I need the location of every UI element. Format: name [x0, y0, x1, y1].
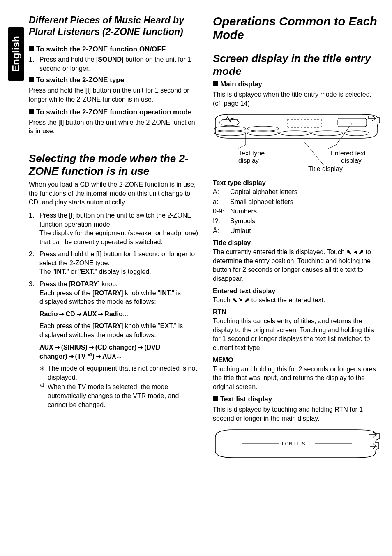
heading-title-display: Title display — [213, 239, 382, 247]
paragraph: The currently entered title is displayed… — [213, 248, 382, 283]
svg-point-2 — [214, 131, 246, 136]
paragraph: Touch ⬉🖱⬈ to select the entered text. — [213, 296, 382, 305]
paragraph: Press the [I] button on the unit while t… — [29, 118, 198, 136]
step-list-onoff: 1. Press and hold the [SOUND] button on … — [29, 55, 198, 73]
heading-rtn: RTN — [213, 308, 382, 316]
bullet-square-icon — [29, 77, 34, 82]
note-text: When the TV mode is selected, the mode a… — [48, 382, 198, 409]
fig-label-entered: Entered text — [330, 150, 366, 157]
list-item: A:Capital alphabet letters — [213, 188, 382, 197]
figure-main-display: Text type display Entered text display T… — [213, 112, 382, 174]
paragraph: This is displayed by touching and holdin… — [213, 405, 382, 423]
divider — [29, 42, 198, 42]
bullet-square-icon — [29, 109, 34, 114]
left-column: Different Pieces of Music Heard by Plura… — [29, 15, 198, 466]
note-item: ∗ The mode of equipment that is not conn… — [39, 364, 198, 382]
heading-main-display: Main display — [213, 80, 382, 88]
fig-label-fontlist: FONT LIST — [282, 441, 309, 446]
svg-point-1 — [214, 126, 246, 131]
fig-label-title: Title display — [308, 165, 343, 172]
note-text: The mode of equipment that is not connec… — [48, 364, 198, 382]
list-item: a:Small alphabet letters — [213, 197, 382, 206]
step-marker: 2. — [29, 250, 39, 276]
heading-switch-opmode: To switch the 2-ZONE function operation … — [29, 108, 198, 116]
svg-point-7 — [344, 131, 369, 136]
list-item: 2. Press and hold the [I] button for 1 s… — [29, 250, 198, 276]
paragraph: When you load a CD while the 2-ZONE func… — [29, 180, 198, 207]
section-title-screen-display: Screen display in the title entry mode — [213, 52, 382, 78]
heading-text-list-display: Text list display — [213, 395, 382, 403]
list-item: 1. Press the [I] button on the unit to s… — [29, 211, 198, 246]
paragraph: Touching this cancels entry of titles, a… — [213, 317, 382, 352]
svg-rect-12 — [338, 118, 367, 127]
note-item: *1 When the TV mode is selected, the mod… — [39, 382, 198, 409]
list-item: 3. Press the [ROTARY] knob.Each press of… — [29, 280, 198, 306]
list-item: !?:Symbols — [213, 217, 382, 226]
bullet-square-icon — [29, 46, 34, 51]
bullet-square-icon — [213, 396, 218, 401]
heading-switch-type: To switch the 2-ZONE type — [29, 76, 198, 84]
step-text: Press the [I] button on the unit to swit… — [39, 211, 198, 246]
step-marker: 3. — [29, 280, 39, 306]
figure-text-list-display: FONT LIST — [213, 427, 382, 460]
footnote-marker: *1 — [39, 382, 48, 409]
fig-label-texttype: Text type — [238, 150, 265, 157]
asterisk-marker: ∗ — [39, 364, 48, 382]
step-marker: 1. — [29, 55, 39, 73]
bullet-square-icon — [213, 81, 218, 86]
step-text: Press and hold the [I] button for 1 seco… — [39, 250, 198, 276]
paragraph: Each press of the [ROTARY] knob while "E… — [29, 322, 198, 339]
chapter-title: Operations Common to Each Mode — [213, 15, 382, 42]
svg-point-4 — [247, 131, 279, 136]
step-marker: 1. — [29, 211, 39, 246]
heading-memo: MEMO — [213, 357, 382, 364]
step-text: Press and hold the [SOUND] button on the… — [39, 55, 198, 73]
heading-entered-text-display: Entered text display — [213, 287, 382, 295]
svg-text:display: display — [238, 157, 259, 164]
paragraph: Press and hold the [I] button on the uni… — [29, 86, 198, 104]
list-item: 1. Press and hold the [SOUND] button on … — [29, 55, 198, 73]
section-title-selecting-mode: Selecting the mode when the 2-ZONE funct… — [29, 152, 198, 178]
paragraph: This is displayed when the title entry m… — [213, 90, 382, 108]
heading-texttype-display: Text type display — [213, 179, 382, 187]
definition-list-texttypes: A:Capital alphabet letters a:Small alpha… — [213, 188, 382, 235]
step-text: Press the [ROTARY] knob.Each press of th… — [39, 280, 198, 306]
right-column: Operations Common to Each Mode Screen di… — [213, 15, 382, 466]
notes: ∗ The mode of equipment that is not conn… — [29, 364, 198, 409]
heading-switch-onoff: To switch the 2-ZONE function ON/OFF — [29, 45, 198, 53]
mode-sequence-int: Radio➜CD➜AUX➜Radio... — [29, 310, 198, 319]
svg-point-6 — [311, 131, 343, 136]
section-title-2zone: Different Pieces of Music Heard by Plura… — [29, 15, 198, 37]
list-item: 0-9:Numbers — [213, 207, 382, 216]
paragraph: Touching and holding this for 2 seconds … — [213, 365, 382, 392]
svg-text:display: display — [341, 157, 362, 164]
page-content: Different Pieces of Music Heard by Plura… — [29, 15, 382, 466]
svg-point-3 — [247, 126, 279, 131]
svg-point-5 — [279, 131, 311, 136]
list-item: Å:Umlaut — [213, 227, 382, 236]
language-tab: English — [8, 27, 24, 81]
step-list-selecting: 1. Press the [I] button on the unit to s… — [29, 211, 198, 306]
mode-sequence-ext: AUX➜(SIRIUS)➜(CD changer)➜(DVD changer)➜… — [29, 343, 198, 361]
